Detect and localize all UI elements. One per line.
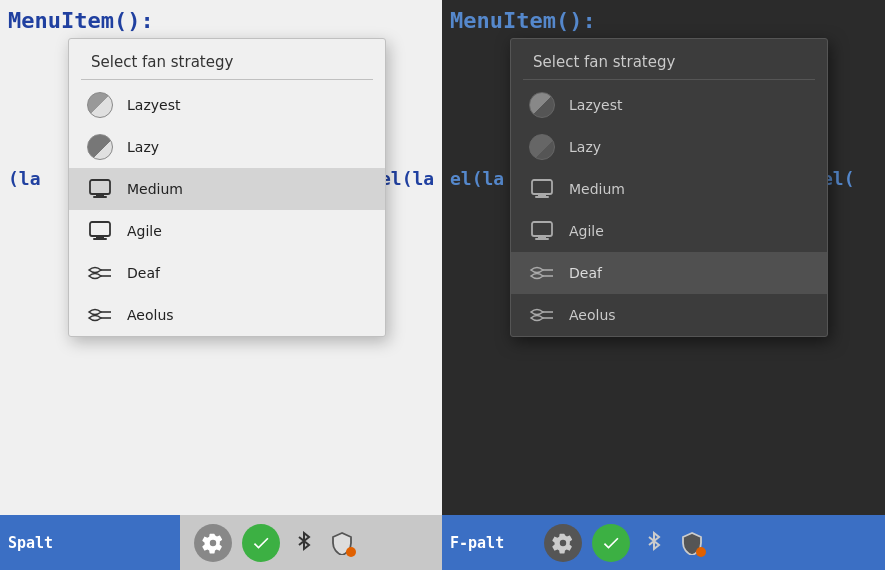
shield-icon-right[interactable] [678,529,706,557]
deaf-label-light: Deaf [127,265,160,281]
svg-rect-12 [535,196,549,198]
statusbar-right: F-palt [442,515,885,570]
shield-icon-left[interactable] [328,529,356,557]
menu-item-medium-light[interactable]: Medium [69,168,385,210]
aeolus-label-dark: Aeolus [569,307,616,323]
dropdown-light: Select fan strategy Lazyest Lazy Medium [68,38,386,337]
svg-rect-1 [96,194,104,196]
menu-item-lazyest-light[interactable]: Lazyest [69,84,385,126]
lazyest-label-dark: Lazyest [569,97,622,113]
menu-item-medium-dark[interactable]: Medium [511,168,827,210]
bluetooth-icon-left[interactable] [290,529,318,557]
medium-icon-dark [529,176,555,202]
svg-rect-3 [90,222,110,236]
status-icons-right [504,524,706,562]
bluetooth-icon-right[interactable] [640,529,668,557]
dropdown-dark: Select fan strategy Lazyest Lazy Medium [510,38,828,337]
menu-item-agile-dark[interactable]: Agile [511,210,827,252]
lazy-label-light: Lazy [127,139,159,155]
menu-item-lazy-dark[interactable]: Lazy [511,126,827,168]
code-snippet-left-sub2: el(la [380,168,434,189]
aeolus-label-light: Aeolus [127,307,174,323]
lazyest-icon-dark [529,92,555,118]
svg-rect-13 [532,222,552,236]
menu-item-deaf-dark[interactable]: Deaf [511,252,827,294]
svg-rect-14 [538,236,546,238]
divider-dark [523,79,815,80]
agile-icon-dark [529,218,555,244]
agile-icon-light [87,218,113,244]
status-text-left: Spalt [8,534,53,552]
code-snippet-left-sub: (la [8,168,41,189]
deaf-label-dark: Deaf [569,265,602,281]
settings-icon-right[interactable] [544,524,582,562]
lazy-icon-light [87,134,113,160]
menu-item-aeolus-light[interactable]: Aeolus [69,294,385,336]
lazy-label-dark: Lazy [569,139,601,155]
settings-icon-left[interactable] [194,524,232,562]
lazyest-label-light: Lazyest [127,97,180,113]
dropdown-title-dark: Select fan strategy [511,39,827,79]
status-text-right-container: F-palt [442,515,504,570]
statusbar-left: Spalt [0,515,442,570]
lazy-icon-dark [529,134,555,160]
dropdown-title-light: Select fan strategy [69,39,385,79]
medium-icon-light [87,176,113,202]
menu-item-agile-light[interactable]: Agile [69,210,385,252]
svg-rect-10 [532,180,552,194]
svg-rect-11 [538,194,546,196]
svg-rect-4 [96,236,104,238]
menu-item-lazyest-dark[interactable]: Lazyest [511,84,827,126]
menu-item-aeolus-dark[interactable]: Aeolus [511,294,827,336]
code-text-right: MenuItem(): [450,8,596,33]
agile-label-light: Agile [127,223,162,239]
menu-item-lazy-light[interactable]: Lazy [69,126,385,168]
code-snippet-right-sub: el(la [450,168,504,189]
divider-light [81,79,373,80]
svg-rect-2 [93,196,107,198]
svg-rect-15 [535,238,549,240]
aeolus-icon-dark [529,302,555,328]
left-panel: MenuItem(): (la el(la Select fan strateg… [0,0,442,570]
medium-label-light: Medium [127,181,183,197]
agile-label-dark: Agile [569,223,604,239]
menu-item-deaf-light[interactable]: Deaf [69,252,385,294]
check-icon-left[interactable] [242,524,280,562]
svg-rect-5 [93,238,107,240]
right-panel: MenuItem(): el(la el( Select fan strateg… [442,0,885,570]
deaf-icon-light [87,260,113,286]
code-text-left: MenuItem(): [8,8,154,33]
check-icon-right[interactable] [592,524,630,562]
status-blue-left: Spalt [0,515,180,570]
lazyest-icon-light [87,92,113,118]
status-text-right: F-palt [450,534,504,552]
medium-label-dark: Medium [569,181,625,197]
deaf-icon-dark [529,260,555,286]
status-icons-left [180,524,356,562]
svg-rect-0 [90,180,110,194]
aeolus-icon-light [87,302,113,328]
